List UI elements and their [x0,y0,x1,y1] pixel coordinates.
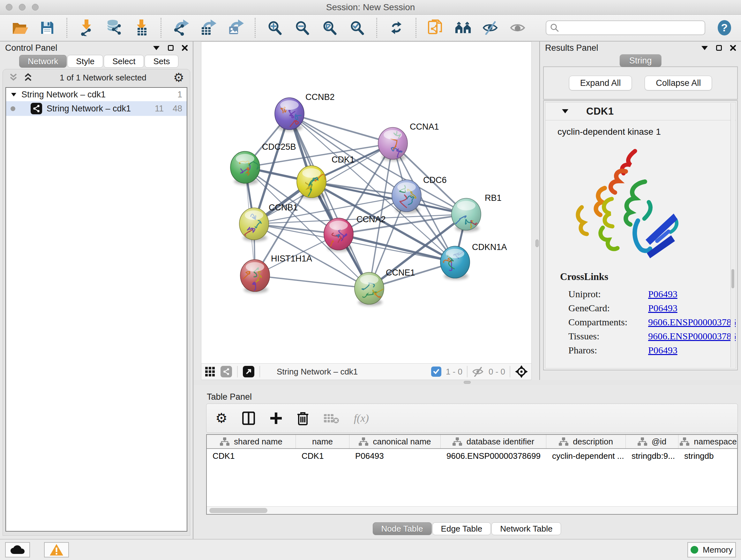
node-label-CDK1: CDK1 [332,155,354,165]
network-options-gear-icon[interactable]: ⚙ [173,71,184,84]
string-tab-icon[interactable] [220,366,232,377]
collapse-all-networks-icon[interactable] [9,73,18,82]
open-session-icon[interactable] [11,19,28,36]
panel-close-icon[interactable] [730,45,736,51]
cell-shared-name[interactable]: CDK1 [207,451,296,461]
create-column-icon[interactable] [270,412,282,425]
cell-canonical-name[interactable]: P06493 [349,451,441,461]
zoom-selected-icon[interactable] [349,19,365,36]
column-header--id[interactable]: @id [626,435,678,448]
node-CDC25B[interactable] [230,151,260,185]
node-HIST1H1A[interactable] [240,260,270,293]
zoom-in-icon[interactable] [266,19,283,36]
expand-all-networks-icon[interactable] [23,73,33,82]
export-network-icon[interactable] [172,19,189,36]
collection-expand-icon[interactable] [10,92,17,97]
table-row[interactable]: CDK1CDK1P064939606.ENSP00000378699cyclin… [207,449,737,463]
panel-close-icon[interactable] [182,45,188,51]
edge-CCNB2-CCNA1[interactable] [289,114,393,143]
help-icon[interactable]: ? [716,19,733,36]
node-CDKN1A[interactable] [441,246,470,280]
collapse-all-button[interactable]: Collapse All [645,76,712,90]
crosslink-link[interactable]: P06493 [648,303,677,314]
control-panel: Control Panel NetworkStyleSelectSets 1 o [0,42,193,539]
import-table-icon[interactable] [133,19,150,36]
export-table-icon[interactable] [200,19,216,36]
tab-edge-table[interactable]: Edge Table [432,522,491,535]
tab-style[interactable]: Style [67,55,103,68]
panel-menu-icon[interactable] [153,46,159,50]
vertical-splitter-handle[interactable] [536,240,539,247]
open-in-browser-icon[interactable] [243,366,254,377]
panel-float-icon[interactable] [168,45,174,51]
node-CCNE1[interactable] [354,272,386,306]
column-header-description[interactable]: description [546,435,626,448]
table-options-gear-icon[interactable]: ⚙ [215,412,227,425]
network-row-selected[interactable]: String Network – cdk1 11 48 [6,101,187,116]
search-input[interactable] [562,23,701,33]
export-image-icon[interactable] [227,19,244,36]
column-header-name[interactable]: name [296,435,349,448]
node-section-header[interactable]: CDK1 [545,103,736,120]
crosslink-link[interactable]: P06493 [648,289,677,300]
import-network-icon[interactable] [78,19,95,36]
section-collapse-icon[interactable] [562,109,568,113]
zoom-out-icon[interactable] [294,19,311,36]
tab-sets[interactable]: Sets [145,55,179,68]
network-collection-row[interactable]: String Network – cdk1 1 [6,88,187,101]
memory-button[interactable]: Memory [687,542,736,557]
import-network-database-icon[interactable] [106,19,122,36]
tab-string[interactable]: String [620,54,662,67]
column-header-namespace[interactable]: namespace [678,435,738,448]
zoom-fit-icon[interactable] [321,19,338,36]
first-neighbors-icon[interactable] [455,19,471,36]
birdseye-crosshair-icon[interactable] [515,365,528,378]
automation-cloud-button[interactable] [5,542,30,557]
edge-CCNB2-RB1[interactable] [289,114,466,214]
results-scrollbar[interactable] [731,103,735,368]
crosslink-link[interactable]: 9606.ENSP00000378699 [648,331,736,341]
cell-database-identifier[interactable]: 9606.ENSP00000378699 [441,451,546,461]
crosslink-link[interactable]: P06493 [648,345,677,356]
table-horizontal-scrollbar[interactable] [207,506,737,514]
node-RB1[interactable] [452,198,482,232]
control-panel-tabs: NetworkStyleSelectSets [0,54,193,68]
tab-node-table[interactable]: Node Table [373,522,432,535]
node-CCNB1[interactable] [239,208,269,241]
network-status-dot [10,106,15,111]
node-CCNA1[interactable] [378,127,408,161]
show-columns-icon[interactable] [242,412,255,425]
cell--id[interactable]: stringdb:9... [626,451,678,461]
search-box[interactable] [546,20,705,35]
delete-column-icon[interactable] [297,411,309,425]
hide-selected-eye-icon[interactable] [482,19,499,36]
tab-network[interactable]: Network [19,55,67,68]
column-header-shared-name[interactable]: shared name [207,435,296,448]
expand-all-button[interactable]: Expand All [569,76,632,90]
tab-select[interactable]: Select [104,55,144,68]
table-tabs: Node TableEdge TableNetwork Table [193,522,741,535]
panel-menu-icon[interactable] [701,46,708,50]
horizontal-splitter[interactable] [193,380,741,385]
selected-checkbox-icon[interactable] [431,367,441,377]
copy-network-share-icon[interactable] [427,19,444,36]
cell-description[interactable]: cyclin-dependent ... [546,451,626,461]
grid-view-icon[interactable] [205,366,215,377]
crosslink-link[interactable]: 9606.ENSP00000378699 [648,317,736,327]
cell-namespace[interactable]: stringdb [678,451,738,461]
refresh-icon[interactable] [388,19,405,36]
tab-network-table[interactable]: Network Table [491,522,561,535]
save-session-icon[interactable] [39,19,56,36]
column-header-database-identifier[interactable]: database identifier [441,435,546,448]
network-navbar: String Network – cdk1 1 - 0 [201,363,532,380]
edge-HIST1H1A-CCNE1[interactable] [255,275,369,288]
node-CDK1[interactable] [297,166,327,199]
network-canvas[interactable]: CCNB2CCNA1CDC25BCDK1CDC6RB1CCNB1CCNA2CDK… [201,42,532,363]
node-label-RB1: RB1 [485,193,502,203]
node-table[interactable]: shared namenamecanonical namedatabase id… [206,434,738,515]
warnings-button[interactable] [44,542,69,557]
cell-name[interactable]: CDK1 [296,451,349,461]
column-header-canonical-name[interactable]: canonical name [349,435,441,448]
node-CDC6[interactable] [392,180,421,213]
panel-float-icon[interactable] [716,45,722,51]
